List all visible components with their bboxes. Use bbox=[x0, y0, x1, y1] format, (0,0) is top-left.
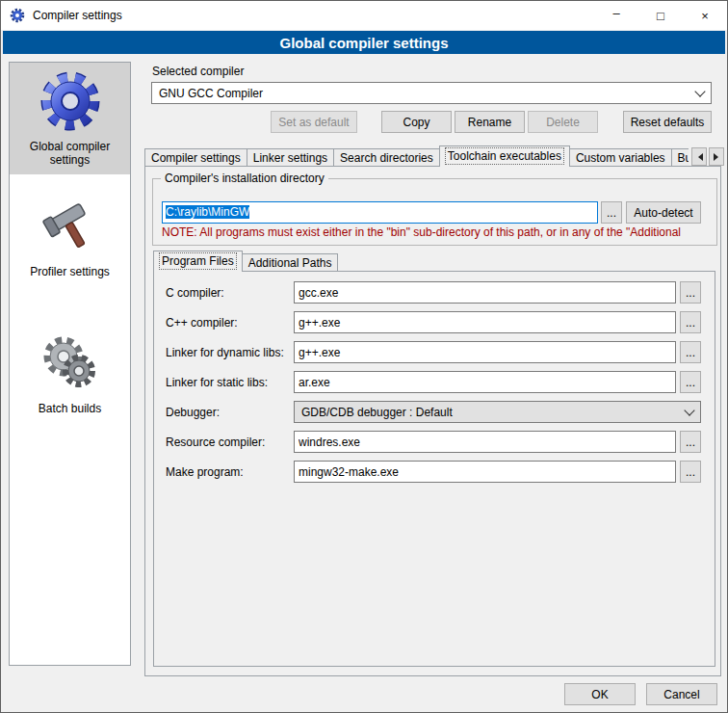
cpp-compiler-input[interactable] bbox=[294, 311, 676, 333]
c-compiler-input[interactable] bbox=[294, 281, 676, 304]
close-icon: × bbox=[701, 9, 709, 23]
minimize-button[interactable]: – bbox=[594, 1, 638, 30]
form-row-static-linker: Linker for static libs: ... bbox=[166, 371, 701, 393]
sidebar-item-label: Global compiler settings bbox=[30, 140, 110, 167]
sidebar-item-label: Profiler settings bbox=[30, 265, 110, 278]
delete-button[interactable]: Delete bbox=[528, 111, 598, 133]
field-label: Make program: bbox=[166, 465, 294, 479]
note-text: NOTE: All programs must exist either in … bbox=[162, 225, 716, 239]
settings-tab-strip: Compiler settings Linker settings Search… bbox=[144, 145, 689, 167]
compiler-select[interactable]: GNU GCC Compiler bbox=[151, 82, 712, 104]
form-row-c-compiler: C compiler: ... bbox=[166, 281, 701, 304]
sidebar-item-label: Batch builds bbox=[39, 402, 101, 415]
field-label: Linker for dynamic libs: bbox=[166, 346, 294, 359]
compiler-select-value: GNU GCC Compiler bbox=[159, 87, 690, 100]
directory-browse-button[interactable]: ... bbox=[601, 201, 622, 224]
browse-button[interactable]: ... bbox=[680, 281, 701, 304]
browse-button[interactable]: ... bbox=[680, 431, 701, 453]
set-as-default-button[interactable]: Set as default bbox=[271, 111, 357, 133]
settings-category-list: Global compiler settings Profiler settin… bbox=[9, 62, 131, 666]
field-label: C compiler: bbox=[166, 286, 294, 300]
tab-custom-variables[interactable]: Custom variables bbox=[569, 148, 672, 167]
program-files-form: C compiler: ... C++ compiler: ... Linker… bbox=[166, 281, 701, 490]
form-row-debugger: Debugger: GDB/CDB debugger : Default bbox=[166, 401, 701, 423]
chevron-down-icon bbox=[694, 86, 705, 96]
reset-defaults-button[interactable]: Reset defaults bbox=[623, 111, 712, 133]
installation-directory-input[interactable]: C:\raylib\MinGW bbox=[162, 201, 598, 224]
dialog-banner: Global compiler settings bbox=[3, 31, 725, 54]
form-row-dynamic-linker: Linker for dynamic libs: ... bbox=[166, 341, 701, 363]
app-gear-icon bbox=[10, 8, 25, 23]
field-label: Debugger: bbox=[166, 406, 294, 419]
tab-compiler-settings[interactable]: Compiler settings bbox=[144, 148, 247, 167]
tab-search-directories[interactable]: Search directories bbox=[333, 148, 440, 167]
gray-gears-icon bbox=[39, 332, 101, 394]
arrow-left-icon bbox=[694, 153, 703, 161]
rename-button[interactable]: Rename bbox=[455, 111, 525, 133]
tab-build-options[interactable]: Buil bbox=[671, 148, 689, 167]
tab-toolchain-executables[interactable]: Toolchain executables bbox=[439, 145, 570, 167]
window-title: Compiler settings bbox=[33, 9, 122, 22]
auto-detect-button[interactable]: Auto-detect bbox=[626, 201, 701, 224]
selected-compiler-label: Selected compiler bbox=[152, 65, 244, 78]
browse-button[interactable]: ... bbox=[680, 371, 701, 393]
sidebar-item-global-compiler-settings[interactable]: Global compiler settings bbox=[10, 63, 130, 174]
form-row-cpp-compiler: C++ compiler: ... bbox=[166, 311, 701, 333]
installation-directory-legend: Compiler's installation directory bbox=[161, 172, 328, 185]
ok-button[interactable]: OK bbox=[564, 683, 636, 705]
tab-scroll-buttons bbox=[691, 147, 724, 166]
title-bar: Compiler settings – □ × bbox=[1, 1, 727, 30]
compiler-buttons-row: Set as default Copy Rename Delete Reset … bbox=[151, 111, 712, 133]
field-label: Resource compiler: bbox=[166, 436, 294, 449]
sidebar-item-profiler-settings[interactable]: Profiler settings bbox=[10, 188, 130, 286]
installation-directory-group: Compiler's installation directory C:\ray… bbox=[152, 178, 717, 246]
maximize-icon: □ bbox=[657, 9, 664, 23]
compiler-settings-dialog: Compiler settings – □ × Global compiler … bbox=[0, 0, 728, 713]
tab-linker-settings[interactable]: Linker settings bbox=[247, 148, 334, 167]
field-label: Linker for static libs: bbox=[166, 376, 294, 389]
tab-scroll-right-button[interactable] bbox=[709, 147, 724, 166]
dynamic-libs-linker-input[interactable] bbox=[294, 341, 676, 363]
make-program-input[interactable] bbox=[294, 461, 676, 483]
copy-button[interactable]: Copy bbox=[381, 111, 452, 133]
arrow-right-icon bbox=[714, 153, 722, 161]
form-row-resource-compiler: Resource compiler: ... bbox=[166, 431, 701, 453]
close-button[interactable]: × bbox=[683, 1, 727, 30]
browse-button[interactable]: ... bbox=[680, 461, 701, 483]
form-row-make-program: Make program: ... bbox=[166, 461, 701, 483]
blue-gear-icon bbox=[39, 70, 101, 132]
cancel-button[interactable]: Cancel bbox=[646, 683, 717, 705]
minimize-icon: – bbox=[612, 6, 619, 20]
tab-scroll-left-button[interactable] bbox=[691, 147, 707, 166]
debugger-select-value: GDB/CDB debugger : Default bbox=[301, 406, 680, 419]
tab-additional-paths[interactable]: Additional Paths bbox=[242, 253, 339, 272]
browse-button[interactable]: ... bbox=[680, 311, 701, 333]
toolchain-executables-panel: Compiler's installation directory C:\ray… bbox=[144, 166, 721, 676]
hammer-icon bbox=[39, 196, 101, 257]
debugger-select[interactable]: GDB/CDB debugger : Default bbox=[294, 401, 701, 423]
static-libs-linker-input[interactable] bbox=[294, 371, 676, 393]
resource-compiler-input[interactable] bbox=[294, 431, 676, 453]
tab-label: Toolchain executables bbox=[446, 148, 563, 164]
tab-label: Program Files bbox=[160, 253, 236, 269]
field-label: C++ compiler: bbox=[166, 316, 294, 330]
chevron-down-icon bbox=[684, 405, 694, 415]
banner-title: Global compiler settings bbox=[279, 35, 448, 51]
browse-button[interactable]: ... bbox=[680, 341, 701, 363]
maximize-button[interactable]: □ bbox=[638, 1, 683, 30]
selected-text: C:\raylib\MinGW bbox=[166, 205, 249, 219]
sidebar-item-batch-builds[interactable]: Batch builds bbox=[10, 325, 130, 423]
program-files-panel: C compiler: ... C++ compiler: ... Linker… bbox=[153, 271, 715, 667]
tab-program-files[interactable]: Program Files bbox=[153, 251, 243, 272]
program-files-tab-strip: Program Files Additional Paths bbox=[153, 251, 337, 272]
